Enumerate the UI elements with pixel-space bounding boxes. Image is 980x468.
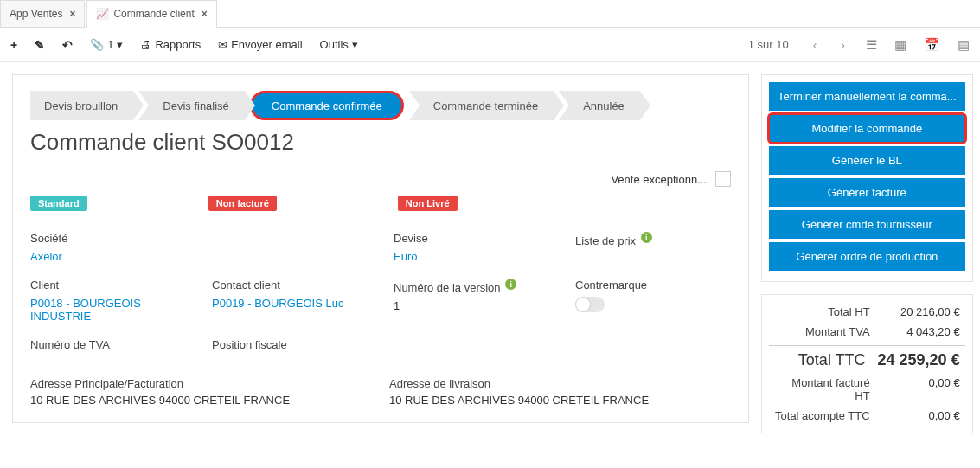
status-step-draft[interactable]: Devis brouillon bbox=[30, 91, 133, 120]
envelope-icon: ✉ bbox=[218, 38, 227, 51]
chart-line-icon: 📈 bbox=[96, 8, 109, 20]
billing-address-label: Adresse Principale/Facturation bbox=[30, 377, 372, 390]
total-ht-value: 20 216,00 € bbox=[882, 305, 960, 318]
generate-supplier-order-button[interactable]: Générer cmde fournisseur bbox=[769, 210, 965, 239]
tools-label: Outils bbox=[320, 38, 349, 51]
reports-button[interactable]: 🖨 Rapports bbox=[140, 38, 201, 51]
status-badge-invoiced: Non facturé bbox=[208, 196, 277, 211]
currency-label: Devise bbox=[394, 232, 567, 245]
send-email-label: Envoyer email bbox=[231, 38, 302, 51]
status-step-completed[interactable]: Commande terminée bbox=[409, 91, 554, 120]
delivery-address-value: 10 RUE DES ARCHIVES 94000 CRETEIL FRANCE bbox=[389, 394, 731, 407]
close-icon[interactable]: × bbox=[202, 8, 208, 20]
generate-invoice-button[interactable]: Générer facture bbox=[769, 178, 965, 207]
invoiced-ht-value: 0,00 € bbox=[882, 376, 960, 402]
grid-view-icon[interactable]: ▦ bbox=[894, 37, 906, 53]
attachments-button[interactable]: 📎 1 ▾ bbox=[90, 38, 123, 51]
chevron-down-icon: ▾ bbox=[352, 38, 358, 51]
page-title: Commande client SO0012 bbox=[30, 129, 731, 156]
contact-value[interactable]: P0019 - BOURGEOIS Luc bbox=[212, 297, 385, 310]
client-value[interactable]: P0018 - BOURGEOIS INDUSTRIE bbox=[30, 297, 203, 323]
reports-label: Rapports bbox=[155, 38, 201, 51]
list-view-icon[interactable]: ☰ bbox=[866, 37, 877, 53]
pricelist-label: Liste de prix i bbox=[575, 232, 731, 247]
paperclip-icon: 📎 bbox=[90, 38, 104, 51]
chevron-down-icon: ▾ bbox=[117, 38, 123, 51]
company-value[interactable]: Axelor bbox=[30, 250, 203, 263]
total-tva-label: Montant TVA bbox=[774, 325, 882, 338]
status-step-confirmed[interactable]: Commande confirmée bbox=[250, 91, 404, 120]
pager-prev-button[interactable]: ‹ bbox=[810, 38, 821, 52]
close-icon[interactable]: × bbox=[69, 8, 75, 20]
form-view-icon[interactable]: ▤ bbox=[958, 37, 970, 53]
order-card: Devis brouillon Devis finalisé Commande … bbox=[12, 74, 749, 423]
delivery-address-label: Adresse de livraison bbox=[389, 377, 731, 390]
modify-order-button[interactable]: Modifier la commande bbox=[769, 114, 965, 143]
tab-label: App Ventes bbox=[10, 8, 62, 20]
currency-value[interactable]: Euro bbox=[394, 250, 567, 263]
exceptional-sale-label: Vente exceptionn... bbox=[611, 173, 707, 186]
printer-icon: 🖨 bbox=[140, 38, 151, 51]
total-ht-label: Total HT bbox=[774, 305, 882, 318]
client-label: Client bbox=[30, 279, 203, 292]
exceptional-sale-checkbox[interactable] bbox=[715, 171, 731, 187]
generate-delivery-note-button[interactable]: Générer le BL bbox=[769, 146, 965, 175]
countermark-label: Contremarque bbox=[575, 279, 731, 292]
countermark-toggle[interactable] bbox=[575, 297, 605, 312]
toolbar: + ✎ ↶ 📎 1 ▾ 🖨 Rapports ✉ Envoyer email O… bbox=[0, 28, 980, 62]
attachments-count: 1 bbox=[107, 38, 113, 51]
status-steps: Devis brouillon Devis finalisé Commande … bbox=[30, 91, 731, 120]
version-label: Numéro de la version i bbox=[394, 279, 567, 294]
version-value: 1 bbox=[394, 299, 567, 312]
contact-label: Contact client bbox=[212, 279, 385, 292]
fiscal-position-label: Position fiscale bbox=[212, 338, 385, 351]
vat-label: Numéro de TVA bbox=[30, 338, 203, 351]
invoiced-ht-label: Montant facturé HT bbox=[774, 376, 882, 402]
finish-order-button[interactable]: Terminer manuellement la comma... bbox=[769, 82, 965, 111]
status-step-cancelled[interactable]: Annulée bbox=[559, 91, 640, 120]
generate-production-order-button[interactable]: Générer ordre de production bbox=[769, 242, 965, 271]
total-tva-value: 4 043,20 € bbox=[882, 325, 960, 338]
tools-dropdown[interactable]: Outils ▾ bbox=[320, 38, 358, 51]
new-button[interactable]: + bbox=[10, 38, 17, 52]
calendar-view-icon[interactable]: 📅 bbox=[924, 37, 940, 53]
status-badge-standard: Standard bbox=[30, 196, 87, 211]
tab-commande-client[interactable]: 📈 Commande client × bbox=[86, 0, 216, 28]
deposit-ttc-label: Total acompte TTC bbox=[774, 409, 882, 422]
total-ttc-value: 24 259,20 € bbox=[878, 351, 960, 369]
status-step-finalized[interactable]: Devis finalisé bbox=[138, 91, 245, 120]
company-label: Société bbox=[30, 232, 203, 245]
pager-next-button[interactable]: › bbox=[837, 38, 849, 52]
totals-card: Total HT 20 216,00 € Montant TVA 4 043,2… bbox=[761, 294, 973, 433]
status-badge-delivered: Non Livré bbox=[398, 196, 458, 211]
tab-bar: App Ventes × 📈 Commande client × bbox=[0, 0, 980, 28]
info-icon[interactable]: i bbox=[641, 232, 652, 243]
info-icon[interactable]: i bbox=[505, 279, 516, 290]
tab-app-ventes[interactable]: App Ventes × bbox=[0, 0, 85, 27]
deposit-ttc-value: 0,00 € bbox=[882, 409, 960, 422]
total-ttc-label: Total TTC bbox=[774, 351, 878, 369]
send-email-button[interactable]: ✉ Envoyer email bbox=[218, 38, 302, 51]
billing-address-value: 10 RUE DES ARCHIVES 94000 CRETEIL FRANCE bbox=[30, 394, 372, 407]
actions-card: Terminer manuellement la comma... Modifi… bbox=[761, 74, 973, 282]
undo-button[interactable]: ↶ bbox=[62, 38, 73, 52]
edit-button[interactable]: ✎ bbox=[35, 38, 45, 52]
tab-label: Commande client bbox=[113, 8, 194, 20]
pager-text: 1 sur 10 bbox=[748, 38, 789, 51]
